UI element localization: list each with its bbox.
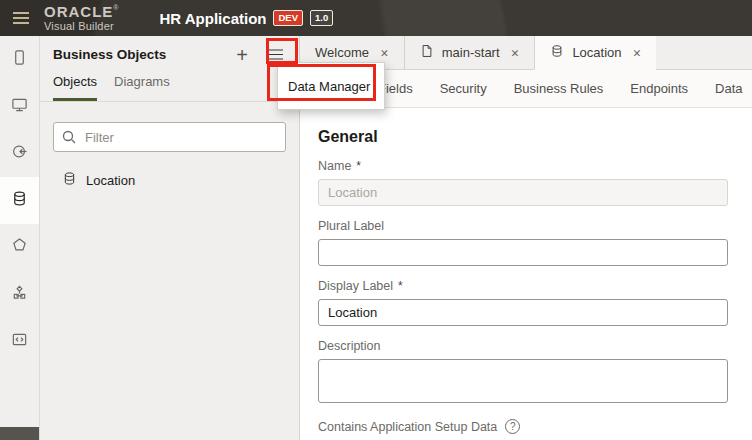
- name-label: Name*: [318, 159, 728, 173]
- search-icon: [61, 129, 77, 145]
- env-badge: DEV: [273, 10, 303, 26]
- rail-item-mobile-apps[interactable]: [0, 36, 39, 83]
- section-title: General: [318, 128, 728, 146]
- required-marker: *: [398, 279, 403, 293]
- source-code-icon: [11, 331, 28, 352]
- panel-menu-button[interactable]: [265, 48, 285, 62]
- services-icon: [11, 143, 28, 164]
- required-marker: *: [356, 159, 361, 173]
- subtab-business-rules[interactable]: Business Rules: [514, 81, 604, 96]
- business-objects-panel: Business Objects + Objects Diagrams Loca…: [40, 36, 300, 440]
- add-business-object-button[interactable]: +: [236, 48, 248, 62]
- business-objects-icon: [11, 190, 28, 211]
- subtab-security[interactable]: Security: [440, 81, 487, 96]
- left-icon-rail: [0, 36, 40, 440]
- tab-label: Welcome: [315, 45, 369, 60]
- panel-menu-popup: Data Manager: [277, 62, 385, 110]
- oracle-wordmark: ORACLE: [44, 3, 113, 20]
- product-name: Visual Builder: [44, 21, 120, 32]
- display-label-field[interactable]: [318, 299, 728, 326]
- display-label-label: Display Label*: [318, 279, 728, 293]
- rail-footer: [0, 427, 39, 440]
- tab-objects[interactable]: Objects: [53, 74, 97, 101]
- subtab-data[interactable]: Data: [715, 81, 742, 96]
- list-item-location[interactable]: Location: [40, 165, 299, 195]
- rail-item-processes[interactable]: [0, 271, 39, 318]
- close-icon[interactable]: ✕: [380, 47, 389, 59]
- rail-item-services[interactable]: [0, 130, 39, 177]
- web-apps-icon: [11, 96, 28, 117]
- general-form: General Name* Plural Label Display Label…: [300, 108, 752, 440]
- plural-label-label: Plural Label: [318, 219, 728, 233]
- tab-diagrams[interactable]: Diagrams: [114, 74, 170, 101]
- database-icon: [550, 44, 564, 61]
- version-badge: 1.0: [310, 10, 333, 26]
- app-title: HR Application: [160, 10, 267, 27]
- app-header: ORACLE® Visual Builder HR Application DE…: [0, 0, 752, 36]
- page-icon: [420, 44, 434, 61]
- menu-item-data-manager[interactable]: Data Manager: [278, 79, 384, 94]
- plural-label-field[interactable]: [318, 239, 728, 266]
- help-icon[interactable]: ?: [505, 419, 520, 434]
- tab-main-start[interactable]: main-start ✕: [404, 36, 535, 69]
- mobile-apps-icon: [11, 49, 28, 70]
- panel-tabs: Objects Diagrams: [40, 62, 299, 102]
- database-icon: [62, 171, 77, 189]
- layouts-icon: [11, 237, 28, 258]
- panel-title: Business Objects: [53, 47, 236, 62]
- processes-icon: [11, 284, 28, 305]
- setup-data-label: Contains Application Setup Data ?: [318, 419, 728, 434]
- subtab-endpoints[interactable]: Endpoints: [630, 81, 688, 96]
- menu-icon: [268, 54, 283, 56]
- description-label: Description: [318, 339, 728, 353]
- rail-item-business-objects[interactable]: [0, 177, 39, 224]
- object-list: Location: [40, 165, 299, 195]
- global-menu-icon[interactable]: [10, 10, 32, 26]
- tab-label: Location: [572, 45, 621, 60]
- oracle-logo: ORACLE® Visual Builder: [44, 4, 120, 32]
- tab-location[interactable]: Location ✕: [534, 36, 656, 70]
- name-field: [318, 179, 728, 206]
- rail-item-layouts[interactable]: [0, 224, 39, 271]
- close-icon[interactable]: ✕: [511, 47, 520, 59]
- close-icon[interactable]: ✕: [633, 47, 642, 59]
- rail-item-source-code[interactable]: [0, 318, 39, 365]
- rail-item-web-apps[interactable]: [0, 83, 39, 130]
- tab-label: main-start: [442, 45, 500, 60]
- object-label: Location: [86, 173, 135, 188]
- description-field[interactable]: [318, 359, 728, 403]
- filter-input[interactable]: [53, 122, 286, 152]
